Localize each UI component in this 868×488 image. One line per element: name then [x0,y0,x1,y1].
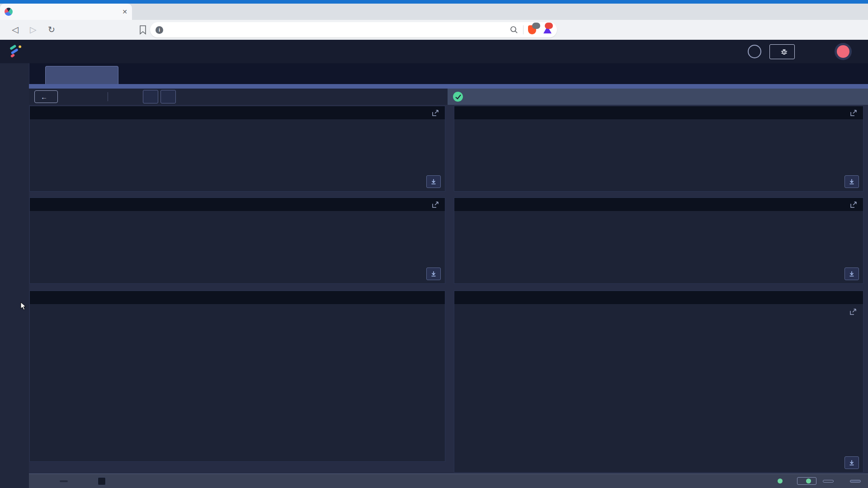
mouse-cursor [20,302,28,311]
perceptilabs-favicon-icon [5,8,13,16]
browser-url-bar: ◁ ▷ ↻ i [0,20,868,40]
browser-tab-bar: ✕ [0,4,868,20]
status-bar [29,474,868,488]
download-button[interactable] [426,175,441,188]
view-box-panel [454,291,863,473]
pvg-bar-chart [32,227,439,283]
avatar[interactable] [835,43,852,60]
page-title [0,40,868,63]
accuracy-pie-chart [635,134,683,182]
check-icon [453,92,463,102]
window-top-strip [0,0,868,4]
batch-bar-chart [456,227,858,283]
toolbar: ← [29,89,448,105]
bookmark-icon[interactable] [138,25,147,35]
tab-model-5[interactable] [45,66,118,84]
back-to-model-button[interactable]: ← [34,90,58,103]
input-line-chart [32,124,439,191]
pvg-panel-header [30,198,445,211]
map-panel-header [30,291,445,304]
divider [108,92,108,101]
perceptilabs-logo-icon [7,43,24,60]
zoom-value [60,480,68,482]
expand-icon[interactable] [849,308,857,315]
alert-triangle-icon[interactable] [543,26,552,33]
shield-badge [532,23,540,29]
run-button[interactable] [143,90,158,103]
expand-icon[interactable] [850,201,857,208]
avatar-initial [837,45,849,58]
divider [523,25,524,34]
site-info-icon[interactable]: i [156,26,163,34]
hardware-button[interactable] [850,480,861,483]
expand-icon[interactable] [432,201,439,208]
accuracy-panel [454,106,863,192]
stop-button[interactable] [160,90,176,103]
input-panel [29,106,445,192]
app-header [0,40,868,64]
download-button[interactable] [844,175,859,188]
perceptilabs-app: ✕ ◁ ▷ ↻ i [0,0,868,488]
alert-badge [545,23,553,29]
training-status-bar [448,89,868,105]
model-tab-row [0,63,868,84]
help-button[interactable] [748,45,761,58]
back-icon[interactable]: ◁ [12,24,19,35]
bug-icon [780,48,788,56]
back-arrow-icon: ← [41,93,47,101]
report-button[interactable] [769,44,795,59]
reload-icon[interactable]: ↻ [48,24,55,35]
runtime-status-icon [778,479,783,483]
tab-underline-band [29,84,868,89]
problems-status-icon [806,479,811,483]
map-panel [29,291,445,462]
search-zoom-icon[interactable] [509,25,519,34]
sidebar [0,63,29,488]
address-bar[interactable]: i [150,22,557,38]
input-panel-header [30,106,445,119]
brave-shield-icon[interactable] [528,25,536,34]
download-button[interactable] [844,456,859,469]
batch-average-panel [454,197,863,284]
model-map-canvas[interactable] [30,304,445,461]
batch-panel-header [454,198,863,211]
map-checkbox[interactable] [98,477,106,485]
data-subpanel-header [454,304,863,319]
data-line-chart [457,324,861,467]
browser-tab[interactable]: ✕ [0,4,132,20]
expand-icon[interactable] [850,109,857,117]
expand-icon[interactable] [432,109,439,117]
problems-button[interactable] [797,477,816,485]
accuracy-panel-header [454,106,863,119]
prediction-vs-groundtruth-panel [29,197,445,284]
view-box-header [454,291,863,304]
tab-close-icon[interactable]: ✕ [122,8,127,15]
forward-icon: ▷ [30,24,37,35]
download-button[interactable] [844,267,859,280]
console-button[interactable] [823,480,834,483]
download-button[interactable] [426,267,441,280]
